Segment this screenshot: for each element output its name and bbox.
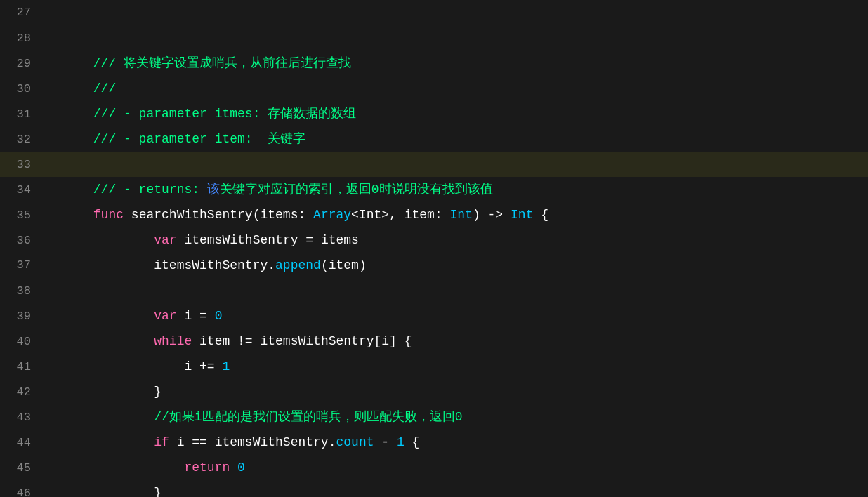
code-line-42: 42 //如果i匹配的是我们设置的哨兵，则匹配失败，返回0 [0, 379, 868, 404]
code-editor: 27 28 /// 将关键字设置成哨兵，从前往后进行查找 29 /// 30 /… [0, 0, 868, 497]
line-number-35: 35 [0, 203, 42, 228]
code-line-27: 27 [0, 0, 868, 25]
code-line-41: 41 } [0, 354, 868, 379]
code-line-28: 28 /// 将关键字设置成哨兵，从前往后进行查找 [0, 25, 868, 51]
code-line-45: 45 } [0, 455, 868, 480]
line-number-37: 37 [0, 253, 42, 278]
code-line-30: 30 /// - parameter itmes: 存储数据的数组 [0, 76, 868, 101]
code-line-31: 31 /// - parameter item: 关键字 [0, 101, 868, 126]
code-line-37: 37 [0, 253, 868, 278]
code-line-43: 43 if i == itemsWithSentry.count - 1 { [0, 404, 868, 430]
line-number-28: 28 [0, 26, 42, 51]
line-number-39: 39 [0, 304, 42, 329]
code-line-36: 36 itemsWithSentry.append(item) [0, 227, 868, 253]
code-line-38: 38 var i = 0 [0, 278, 868, 303]
line-number-43: 43 [0, 405, 42, 430]
line-number-31: 31 [0, 102, 42, 127]
code-line-29: 29 /// [0, 51, 868, 76]
line-number-32: 32 [0, 127, 42, 152]
line-number-27: 27 [0, 0, 42, 25]
code-line-34: 34 func searchWithSentry(items: Array<In… [0, 177, 868, 202]
line-number-45: 45 [0, 456, 42, 481]
line-number-34: 34 [0, 178, 42, 203]
line-number-33: 33 [0, 152, 42, 178]
line-number-29: 29 [0, 51, 42, 77]
line-number-44: 44 [0, 430, 42, 456]
line-number-41: 41 [0, 354, 42, 380]
line-content-46: return i [42, 480, 868, 497]
line-number-38: 38 [0, 279, 42, 304]
code-line-44: 44 return 0 [0, 430, 868, 455]
line-number-46: 46 [0, 481, 42, 497]
code-line-46: 46 return i [0, 480, 868, 497]
code-line-32: 32 /// [0, 126, 868, 152]
code-line-39: 39 while item != itemsWithSentry[i] { [0, 303, 868, 329]
code-line-35: 35 var itemsWithSentry = items [0, 202, 868, 227]
line-number-36: 36 [0, 228, 42, 253]
code-line-33: 33 /// - returns: 该关键字对应订的索引，返回0时说明没有找到该… [0, 152, 868, 177]
line-number-30: 30 [0, 77, 42, 102]
line-number-40: 40 [0, 329, 42, 354]
code-line-40: 40 i += 1 [0, 329, 868, 354]
line-number-42: 42 [0, 380, 42, 405]
